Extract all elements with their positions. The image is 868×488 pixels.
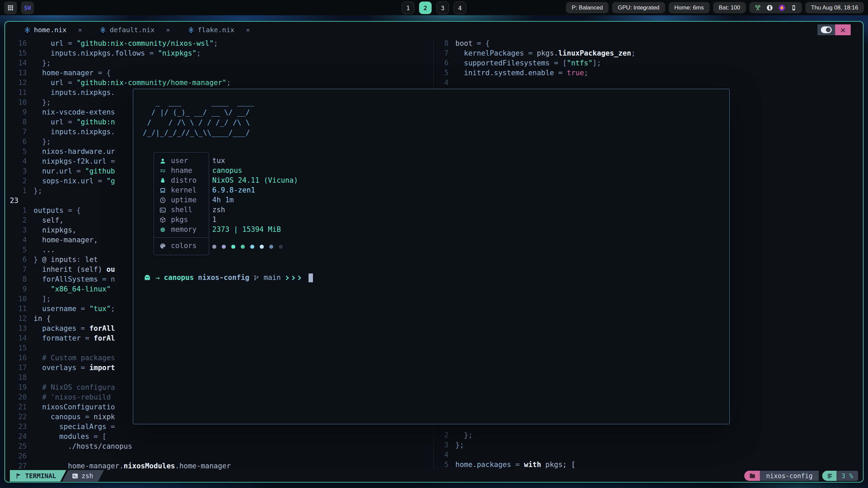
workspace-button-3[interactable]: 3	[436, 1, 449, 14]
memory-icon	[159, 226, 166, 233]
fetch-value-pkgs: 1	[212, 215, 517, 225]
tab-close-icon[interactable]: ×	[166, 26, 170, 34]
packages-icon	[159, 217, 166, 223]
prompt-branch: main	[263, 273, 281, 283]
terminal-color-palette	[212, 242, 517, 251]
uptime-icon	[159, 197, 166, 204]
workspace-button-1[interactable]: 1	[402, 1, 414, 14]
line-number: 10	[5, 98, 27, 107]
line-number: 17	[5, 363, 27, 373]
tab-default.nix[interactable]: default.nix×	[91, 22, 179, 38]
fetch-value-distro: NixOS 24.11 (Vicuna)	[212, 176, 517, 185]
line-number: 4	[434, 450, 449, 460]
flame-icon[interactable]	[778, 4, 786, 12]
topbar-left: $W	[4, 1, 34, 14]
line-number: 21	[5, 402, 27, 412]
status-pill[interactable]: Bat: 100	[713, 2, 746, 13]
tab-close-icon[interactable]: ×	[78, 26, 82, 34]
phone-icon[interactable]	[791, 4, 797, 11]
prompt-directory: nixos-config	[198, 273, 250, 283]
status-pills: P: BalancedGPU: IntegratedHome: 6msBat: …	[566, 2, 746, 13]
fetch-row-memory: memory	[154, 225, 209, 235]
shell-icon	[159, 207, 166, 214]
line-number: 7	[5, 127, 27, 137]
palette-icon	[159, 243, 166, 249]
statusbar-left: TERMINAL zsh	[10, 470, 104, 482]
layout-toggle[interactable]	[817, 24, 835, 35]
status-pill[interactable]: Home: 6ms	[669, 2, 710, 13]
line-number: 11	[5, 88, 27, 98]
fetch-row-uptime: uptime	[154, 195, 209, 205]
code-line: 27 home-manager.nixosModules.home-manage…	[5, 461, 433, 470]
code-line: 12 url = "github:nix-community/home-mana…	[5, 78, 433, 88]
code-line: 14 };	[5, 58, 433, 68]
line-number: 6	[5, 137, 27, 147]
scissors-icon[interactable]	[754, 4, 761, 11]
line-number: 26	[5, 451, 27, 461]
ascii-logo: _ ___ ____ ____ / |/ (_)_ __/ __ \/ __/ …	[143, 97, 254, 138]
workspace-button-4[interactable]: 4	[454, 1, 466, 14]
line-number: 3	[5, 166, 27, 176]
folder-icon	[749, 472, 756, 479]
workspace-button-2[interactable]: 2	[419, 1, 432, 14]
flag-icon	[15, 473, 22, 479]
floating-terminal[interactable]: _ ___ ____ ____ / |/ (_)_ __/ __ \/ __/ …	[133, 89, 730, 424]
code-line: 26	[5, 451, 433, 461]
code-line: 7 kernelPackages = pkgs.linuxPackages_ze…	[434, 48, 863, 58]
tab-home.nix[interactable]: home.nix×	[15, 22, 91, 38]
code-line: 24 modules = [	[5, 432, 433, 442]
toggle-pill	[821, 26, 832, 33]
top-bar: $W 1234 P: BalancedGPU: IntegratedHome: …	[0, 0, 868, 15]
line-number: 5	[5, 147, 27, 157]
palette-dot	[231, 245, 235, 249]
palette-dot	[212, 245, 216, 249]
system-tray	[749, 2, 802, 13]
statusbar-right: nixos-config 3 %	[744, 471, 858, 481]
right-pane-top-lines: 8boot = {7 kernelPackages = pkgs.linuxPa…	[434, 39, 863, 88]
line-number: 10	[5, 294, 27, 304]
tab-label: home.nix	[34, 26, 66, 34]
palette-dot	[222, 245, 226, 249]
shell-indicator[interactable]: zsh	[62, 470, 104, 482]
fetch-value-hname: canopus	[212, 166, 517, 176]
terminal-icon	[72, 473, 78, 479]
line-number: 5	[434, 68, 449, 78]
code-line: 6 supportedFilesystems = ["ntfs"];	[434, 58, 863, 68]
code-line: 16 url = "github:nix-community/nixos-wsl…	[5, 39, 433, 48]
code-line: 25 ./hosts/canopus	[5, 442, 433, 451]
scroll-group: 3 %	[822, 471, 858, 481]
fetch-row-shell: shell	[154, 205, 209, 215]
line-number: 19	[5, 383, 27, 392]
code-line: 3};	[434, 440, 863, 450]
line-number: 4	[434, 78, 449, 88]
fetch-value-kernel: 6.9.8-zen1	[212, 185, 517, 195]
fetch-panel: userhnamedistrokerneluptimeshellpkgsmemo…	[154, 152, 209, 255]
line-number: 22	[5, 412, 27, 422]
clock[interactable]: Thu Aug 08, 18:16	[805, 2, 864, 13]
line-number: 13	[5, 68, 27, 78]
nix-snowflake-icon	[24, 27, 31, 33]
wm-badge-button[interactable]: $W	[21, 1, 34, 14]
tab-label: flake.nix	[198, 26, 234, 34]
line-number: 12	[5, 314, 27, 324]
fetch-labels-box: userhnamedistrokerneluptimeshellpkgsmemo…	[154, 152, 209, 255]
tab-flake.nix[interactable]: flake.nix×	[179, 22, 259, 38]
line-number: 1	[5, 186, 27, 196]
prompt-arrow: →	[155, 273, 160, 283]
launcher-button[interactable]	[4, 1, 17, 14]
code-line: 5 initrd.systemd.enable = true;	[434, 68, 863, 78]
prompt-chevrons	[285, 276, 303, 280]
bluetooth-icon[interactable]	[766, 4, 773, 11]
status-pill[interactable]: P: Balanced	[566, 2, 609, 13]
code-line: 4	[434, 450, 863, 460]
code-line: 5home.packages = with pkgs; [	[434, 460, 863, 470]
ghost-icon	[143, 274, 151, 282]
line-number: 5	[5, 245, 27, 255]
status-pill[interactable]: GPU: Integrated	[612, 2, 665, 13]
line-number: 16	[5, 353, 27, 363]
user-icon	[159, 158, 166, 164]
tab-close-icon[interactable]: ×	[246, 26, 250, 34]
close-button[interactable]: ×	[835, 24, 851, 35]
toggle-knob	[826, 27, 831, 32]
fetch-value-shell: zsh	[212, 205, 517, 215]
